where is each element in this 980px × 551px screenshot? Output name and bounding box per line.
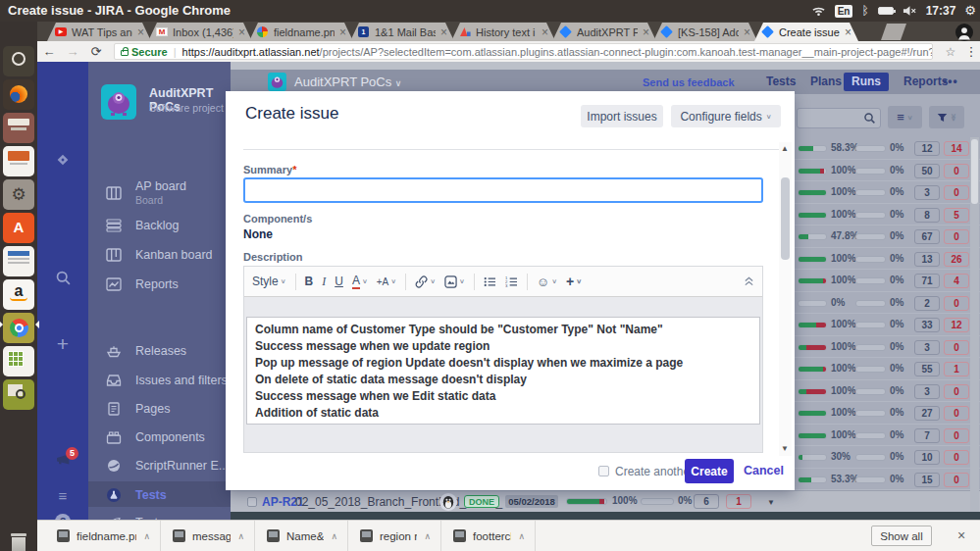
filter-button[interactable]: ∨∨ <box>929 106 964 128</box>
browser-menu-icon[interactable]: ⋮ <box>962 44 980 59</box>
trash-dock-icon[interactable] <box>3 529 34 551</box>
runs-nav-tab-tests[interactable]: Tests <box>758 73 803 91</box>
download-menu-chevron-icon[interactable]: ∧ <box>331 531 337 541</box>
emoji-dropdown[interactable]: ☺∨ <box>537 275 557 289</box>
row-checkbox[interactable] <box>247 497 257 507</box>
assignee-avatar[interactable] <box>439 493 457 511</box>
run-row-current[interactable]: AP-R21 02_05_2018_Branch_FrontEnd_FCAT_ … <box>231 490 980 512</box>
browser-tab-5[interactable]: History text i× <box>451 23 555 41</box>
back-button[interactable]: ← <box>37 44 61 59</box>
sidebar-item-scriptrunner-e-[interactable]: ScriptRunner E... <box>88 459 231 473</box>
browser-profile-avatar[interactable] <box>955 24 973 41</box>
secure-indicator[interactable]: Secure <box>121 46 168 58</box>
numbered-list-button[interactable]: 123 <box>505 276 518 287</box>
sidebar-item-kanban-board[interactable]: Kanban board <box>88 248 231 262</box>
send-feedback-link[interactable]: Send us feedback <box>643 76 735 88</box>
download-item-2[interactable]: messagenot....png∧ <box>161 521 255 551</box>
chrome-dock-icon[interactable] <box>3 313 34 343</box>
description-textarea[interactable]: Column name of Customer Type should be "… <box>246 317 760 425</box>
dialog-scrollbar[interactable]: ▲ ▼ <box>779 142 792 456</box>
page-scrollbar-thumb[interactable] <box>971 139 978 204</box>
bluetooth-icon[interactable]: ᛒ <box>861 0 868 22</box>
reload-button[interactable]: ⟳ <box>84 44 108 59</box>
sidebar-item-ap-board[interactable]: AP boardBoard <box>88 179 231 207</box>
browser-tab-6[interactable]: AuditXPRT Po× <box>552 23 656 41</box>
runs-search-input[interactable] <box>797 108 881 128</box>
browser-tab-2[interactable]: MInbox (1,436)× <box>148 23 252 41</box>
libreoffice-writer-dock-icon[interactable] <box>3 246 34 276</box>
font-size-dropdown[interactable]: +A∨ <box>377 276 396 287</box>
runs-nav-tab-runs[interactable]: Runs <box>844 73 889 91</box>
clock[interactable]: 17:37 <box>926 0 956 22</box>
session-menu-icon[interactable]: ⚙ <box>964 0 976 22</box>
browser-tab-7[interactable]: [KS-158] Addi× <box>653 23 757 41</box>
tab-close-icon[interactable]: × <box>744 26 750 38</box>
header-project-name[interactable]: AuditXPRT PoCs ∨ <box>294 75 401 89</box>
browser-tab-8[interactable]: Create issue -× <box>754 23 858 41</box>
keyboard-layout-indicator[interactable]: En <box>835 5 853 18</box>
sidebar-item-tests[interactable]: Tests <box>88 487 231 503</box>
view-options-button[interactable]: ≡∨ <box>888 106 922 128</box>
show-all-downloads-button[interactable]: Show all <box>871 526 932 546</box>
download-item-4[interactable]: region names).png∧ <box>348 521 441 551</box>
insert-media-dropdown[interactable]: ∨ <box>444 276 465 288</box>
browser-tab-3[interactable]: fieldname.pn× <box>249 23 353 41</box>
download-menu-chevron-icon[interactable]: ∧ <box>143 531 150 541</box>
text-color-dropdown[interactable]: A∨ <box>352 274 368 289</box>
scroll-down-arrow[interactable]: ▼ <box>767 498 775 507</box>
download-menu-chevron-icon[interactable]: ∧ <box>237 531 244 541</box>
search-icon[interactable] <box>37 270 88 286</box>
tab-close-icon[interactable]: × <box>238 26 245 38</box>
import-issues-button[interactable]: Import issues <box>581 105 663 127</box>
tab-close-icon[interactable]: × <box>440 26 447 38</box>
system-settings-dock-icon[interactable]: ⚙ <box>3 179 34 210</box>
sidebar-item-pages[interactable]: Pages <box>88 402 231 416</box>
tab-close-icon[interactable]: × <box>339 26 346 38</box>
italic-button[interactable]: I <box>322 275 326 289</box>
sidebar-item-releases[interactable]: Releases <box>88 344 231 358</box>
amazon-dock-icon[interactable]: a <box>3 279 34 310</box>
summary-input[interactable] <box>243 177 763 203</box>
configure-fields-button[interactable]: Configure fields∨ <box>671 105 781 127</box>
sidebar-item-backlog[interactable]: Backlog <box>88 219 231 232</box>
tab-close-icon[interactable]: × <box>845 26 851 38</box>
ubuntu-launcher-dock-icon[interactable] <box>3 46 34 76</box>
new-tab-button[interactable] <box>881 24 906 40</box>
downloads-close-icon[interactable]: × <box>957 527 965 543</box>
wifi-icon[interactable] <box>811 5 826 17</box>
tab-close-icon[interactable]: × <box>137 26 144 38</box>
forward-button[interactable]: → <box>61 44 84 59</box>
create-another-label[interactable]: Create another <box>615 465 694 478</box>
menu-icon[interactable]: ≡ <box>37 487 88 504</box>
bullet-list-button[interactable] <box>484 276 496 287</box>
tab-close-icon[interactable]: × <box>542 26 548 38</box>
browser-tab-1[interactable]: ▶WAT Tips and× <box>47 23 151 41</box>
style-dropdown[interactable]: Style∨ <box>252 275 286 288</box>
address-bar[interactable]: Secure | https://auditxprt.atlassian.net… <box>114 43 933 60</box>
create-button[interactable]: Create <box>685 459 734 483</box>
download-menu-chevron-icon[interactable]: ∧ <box>424 531 431 541</box>
tab-close-icon[interactable]: × <box>643 26 649 38</box>
file-archiver-dock-icon[interactable] <box>3 113 34 143</box>
header-more-button[interactable]: ••• <box>935 73 966 91</box>
page-scrollbar[interactable] <box>970 137 979 512</box>
firefox-dock-icon[interactable] <box>3 79 34 110</box>
download-item-1[interactable]: fieldname.png∧ <box>45 521 161 551</box>
create-another-checkbox[interactable] <box>598 466 609 476</box>
battery-icon[interactable] <box>878 7 894 15</box>
jira-logo-icon[interactable] <box>37 152 88 168</box>
runs-nav-tab-plans[interactable]: Plans <box>802 73 850 91</box>
announcements-icon[interactable]: 5 <box>37 452 88 467</box>
volume-muted-icon[interactable] <box>903 5 917 17</box>
libreoffice-impress-dock-icon[interactable] <box>3 146 34 176</box>
screenshot-tool-dock-icon[interactable] <box>3 379 34 410</box>
sidebar-item-components[interactable]: Components <box>88 430 231 444</box>
link-dropdown[interactable]: ∨ <box>415 276 436 288</box>
download-menu-chevron-icon[interactable]: ∧ <box>518 531 525 541</box>
cancel-button[interactable]: Cancel <box>744 464 784 477</box>
bookmark-star-icon[interactable]: ☆ <box>939 45 962 59</box>
sidebar-item-issues-and-filters[interactable]: Issues and filters <box>88 374 231 387</box>
browser-tab-4[interactable]: 11&1 Mail Basi× <box>350 23 454 41</box>
ubuntu-software-dock-icon[interactable]: A <box>3 213 34 243</box>
sidebar-item-reports[interactable]: Reports <box>88 277 231 291</box>
